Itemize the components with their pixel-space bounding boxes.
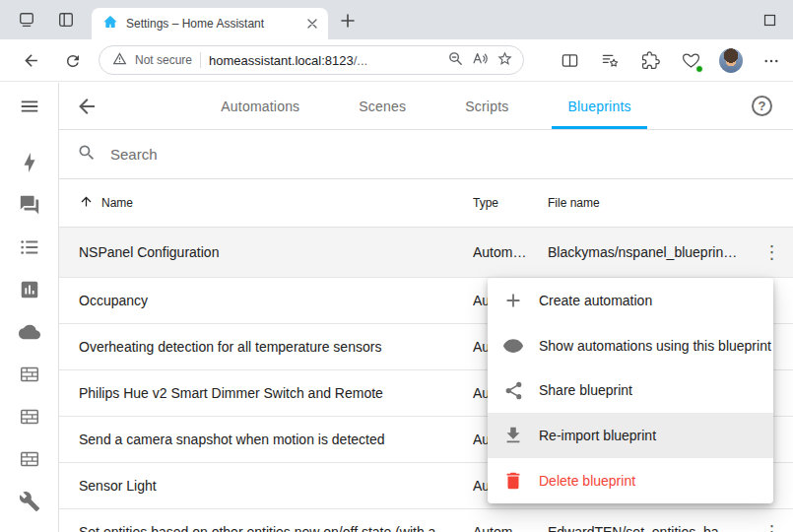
zoom-out-icon[interactable] — [447, 50, 464, 71]
tab-close-icon[interactable] — [303, 16, 320, 33]
blueprint-context-menu: Create automation Show automations using… — [488, 278, 773, 503]
ha-header: Automations Scenes Scripts Blueprints ? — [59, 83, 793, 130]
homeassistant-favicon-icon — [102, 14, 118, 33]
maximize-button[interactable] — [758, 9, 781, 31]
tab-scenes[interactable]: Scenes — [343, 83, 422, 129]
browser-window: Settings – Home Assistant Not secure hom… — [0, 0, 793, 532]
ha-tab-bar: Automations Scenes Scripts Blueprints — [59, 83, 793, 129]
home-assistant-app: Automations Scenes Scripts Blueprints ? … — [0, 83, 793, 532]
row-overflow-menu-icon[interactable]: ⋮ — [760, 523, 784, 532]
history-stats-icon[interactable] — [18, 278, 41, 301]
trash-icon — [502, 470, 524, 492]
menu-item-label: Re-import blueprint — [539, 428, 656, 443]
menu-item-reimport-blueprint[interactable]: Re-import blueprint — [488, 413, 773, 458]
address-divider — [200, 52, 201, 68]
menu-item-label: Create automation — [539, 293, 652, 308]
favorite-star-icon[interactable] — [496, 50, 513, 71]
menu-item-label: Show automations using this blueprint — [539, 338, 771, 354]
brick-wall-icon[interactable] — [18, 363, 41, 386]
sidebar-menu-icon[interactable] — [19, 83, 40, 130]
menu-item-label: Delete blueprint — [539, 473, 635, 489]
favorites-hub-icon[interactable] — [598, 49, 622, 73]
tab-automations[interactable]: Automations — [205, 83, 315, 129]
menu-item-show-automations[interactable]: Show automations using this blueprint — [488, 323, 773, 368]
tab-scripts[interactable]: Scripts — [449, 83, 524, 129]
tab-title: Settings – Home Assistant — [126, 17, 296, 31]
browser-titlebar: Settings – Home Assistant — [0, 0, 793, 39]
help-icon[interactable]: ? — [752, 96, 772, 116]
row-name: Sensor Light — [79, 478, 473, 494]
menu-item-label: Share blueprint — [539, 382, 632, 398]
table-header: Name Type File name — [59, 179, 793, 228]
column-header-name[interactable]: Name — [101, 196, 133, 210]
row-file: EdwardTEN/set_entities_bas… — [548, 524, 751, 532]
column-header-file[interactable]: File name — [548, 196, 751, 210]
read-aloud-icon[interactable] — [472, 50, 489, 71]
table-row[interactable]: Set entities based on other entities new… — [59, 509, 793, 532]
row-name: Send a camera snapshot when motion is de… — [79, 432, 473, 447]
row-name: Set entities based on other entities new… — [79, 524, 473, 532]
brick-wall-icon[interactable] — [18, 447, 41, 471]
refresh-button[interactable] — [60, 48, 85, 73]
workspaces-icon[interactable] — [14, 7, 39, 33]
url-text[interactable]: homeassistant.local:8123/... — [209, 53, 439, 68]
tab-actions-icon[interactable] — [53, 7, 79, 33]
menu-item-share-blueprint[interactable]: Share blueprint — [488, 368, 773, 414]
essentials-status-badge — [695, 65, 703, 73]
row-type: Autom… — [473, 244, 548, 260]
row-type: Autom… — [473, 524, 548, 532]
search-icon — [77, 143, 97, 166]
split-screen-icon[interactable] — [558, 49, 581, 73]
row-name: Occupancy — [79, 293, 473, 308]
row-file: Blackymas/nspanel_blueprin… — [548, 244, 751, 260]
row-name: Overheating detection for all temperatur… — [79, 339, 473, 355]
address-bar[interactable]: Not secure homeassistant.local:8123/... — [99, 45, 524, 75]
row-name: NSPanel Configuration — [79, 244, 473, 260]
column-header-type[interactable]: Type — [473, 196, 548, 210]
ha-back-icon[interactable] — [75, 95, 99, 118]
ha-sidebar — [0, 83, 59, 532]
plus-icon — [502, 290, 524, 311]
new-tab-button[interactable] — [338, 11, 358, 31]
toolbar-actions — [558, 47, 783, 74]
menu-item-delete-blueprint[interactable]: Delete blueprint — [488, 458, 773, 503]
download-icon — [502, 425, 524, 446]
search-field[interactable]: Search — [59, 130, 793, 179]
energy-icon[interactable] — [18, 151, 41, 174]
back-button[interactable] — [19, 48, 43, 73]
security-label[interactable]: Not secure — [135, 53, 192, 67]
table-row[interactable]: NSPanel Configuration Autom… Blackymas/n… — [59, 228, 793, 278]
assist-chat-icon[interactable] — [18, 193, 41, 217]
brick-wall-icon[interactable] — [18, 405, 41, 429]
search-placeholder: Search — [110, 146, 158, 163]
row-overflow-menu-icon[interactable]: ⋮ — [760, 243, 784, 261]
cloud-icon[interactable] — [18, 320, 41, 344]
browser-tab[interactable]: Settings – Home Assistant — [92, 8, 328, 39]
browser-essentials-icon[interactable] — [679, 49, 702, 73]
menu-item-create-automation[interactable]: Create automation — [488, 278, 773, 323]
eye-icon — [502, 335, 524, 357]
tab-blueprints[interactable]: Blueprints — [552, 83, 646, 129]
row-name: Philips Hue v2 Smart Dimmer Switch and R… — [79, 385, 473, 401]
developer-tools-icon[interactable] — [18, 490, 41, 513]
browser-toolbar: Not secure homeassistant.local:8123/... — [0, 39, 793, 82]
profile-avatar[interactable] — [719, 49, 743, 73]
settings-more-icon[interactable] — [760, 49, 783, 73]
sort-ascending-icon[interactable] — [79, 194, 94, 212]
not-secure-warning-icon[interactable] — [112, 51, 127, 70]
share-icon — [502, 379, 524, 401]
todo-list-icon[interactable] — [18, 235, 41, 259]
avatar — [719, 48, 743, 73]
extensions-icon[interactable] — [638, 49, 662, 73]
